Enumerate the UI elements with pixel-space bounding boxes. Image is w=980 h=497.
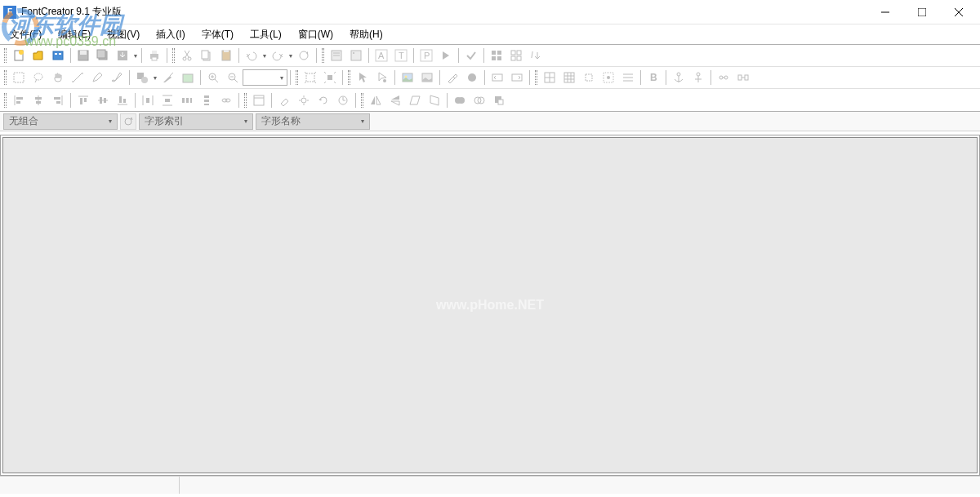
align-bottom-button[interactable] bbox=[114, 91, 131, 109]
skew-v-button[interactable] bbox=[425, 91, 443, 109]
image-button[interactable] bbox=[399, 69, 416, 87]
print-button[interactable] bbox=[145, 47, 163, 64]
glyph-name-combo[interactable]: 字形名称▾ bbox=[256, 113, 370, 130]
anchor2-button[interactable] bbox=[689, 69, 707, 87]
intersect-button[interactable] bbox=[470, 91, 488, 109]
menu-font[interactable]: 字体(T) bbox=[194, 25, 242, 44]
knife-button[interactable] bbox=[159, 69, 177, 87]
flip-h-button[interactable] bbox=[367, 91, 385, 109]
grid4-button[interactable] bbox=[541, 69, 559, 87]
open-button[interactable] bbox=[29, 47, 47, 64]
group-refresh-button[interactable] bbox=[120, 113, 136, 130]
toolbar-grip[interactable] bbox=[4, 93, 7, 108]
edit-points-button[interactable] bbox=[373, 69, 391, 87]
toolbar-grip[interactable] bbox=[348, 70, 350, 85]
toolbar-grip[interactable] bbox=[535, 70, 537, 85]
select-rect-button[interactable] bbox=[10, 69, 28, 87]
refresh-button[interactable] bbox=[314, 91, 332, 109]
anchor-button[interactable] bbox=[670, 69, 688, 87]
zoom-in-button[interactable] bbox=[204, 69, 222, 87]
menu-insert[interactable]: 插入(I) bbox=[148, 25, 193, 44]
eyedropper-button[interactable] bbox=[443, 69, 461, 87]
bold-button[interactable]: B bbox=[644, 69, 662, 87]
snap-button[interactable] bbox=[599, 69, 617, 87]
align-right-button[interactable] bbox=[49, 91, 67, 109]
hand-button[interactable] bbox=[49, 69, 67, 87]
measure-button[interactable] bbox=[69, 69, 87, 87]
next-button[interactable] bbox=[508, 69, 526, 87]
menu-window[interactable]: 窗口(W) bbox=[290, 25, 341, 44]
skew-h-button[interactable] bbox=[406, 91, 424, 109]
info-button[interactable] bbox=[347, 47, 365, 64]
toolbar-grip[interactable] bbox=[4, 48, 7, 63]
pointer-button[interactable] bbox=[354, 69, 372, 87]
grid9-button[interactable] bbox=[560, 69, 578, 87]
menu-edit[interactable]: 编辑(E) bbox=[50, 25, 99, 44]
menu-help[interactable]: 帮助(H) bbox=[341, 25, 391, 44]
toolbar-grip[interactable] bbox=[244, 93, 247, 108]
menu-tools[interactable]: 工具(L) bbox=[242, 25, 290, 44]
undo-button[interactable] bbox=[243, 47, 261, 64]
close-button[interactable] bbox=[940, 0, 977, 24]
menu-file[interactable]: 文件(F) bbox=[2, 25, 50, 44]
font-p-button[interactable]: P bbox=[417, 47, 435, 64]
menu-view[interactable]: 视图(V) bbox=[99, 25, 148, 44]
flip-v-button[interactable] bbox=[386, 91, 404, 109]
otf-button[interactable] bbox=[715, 69, 733, 87]
toolbar-grip[interactable] bbox=[322, 48, 324, 63]
distribute-space-v-button[interactable] bbox=[198, 91, 216, 109]
circle-button[interactable] bbox=[463, 69, 481, 87]
font-a-button[interactable]: A bbox=[372, 47, 390, 64]
prev-button[interactable] bbox=[488, 69, 506, 87]
zoom-out-button[interactable] bbox=[224, 69, 242, 87]
redo-button[interactable] bbox=[269, 47, 287, 64]
shape-button[interactable] bbox=[133, 69, 151, 87]
check-button[interactable] bbox=[462, 47, 480, 64]
copy-button[interactable] bbox=[198, 47, 216, 64]
minimize-button[interactable] bbox=[866, 0, 903, 24]
export-dropdown[interactable]: ▼ bbox=[132, 47, 139, 64]
align-center-v-button[interactable] bbox=[94, 91, 112, 109]
circle-arrow-button[interactable] bbox=[334, 91, 352, 109]
metrics-button[interactable] bbox=[619, 69, 637, 87]
grid-tool-button[interactable] bbox=[488, 47, 506, 64]
align-center-h-button[interactable] bbox=[29, 91, 47, 109]
color-fill-button[interactable] bbox=[179, 69, 197, 87]
distribute-v-button[interactable] bbox=[158, 91, 176, 109]
pen-button[interactable] bbox=[88, 69, 106, 87]
fit-selection-button[interactable] bbox=[321, 69, 339, 87]
window-button[interactable] bbox=[250, 91, 268, 109]
undo-dropdown[interactable]: ▼ bbox=[261, 47, 268, 64]
guides-button[interactable] bbox=[580, 69, 598, 87]
otf2-button[interactable] bbox=[734, 69, 752, 87]
align-top-button[interactable] bbox=[74, 91, 92, 109]
group-combo[interactable]: 无组合▾ bbox=[3, 113, 118, 130]
shape-dropdown[interactable]: ▼ bbox=[152, 69, 158, 87]
save-button[interactable] bbox=[74, 47, 92, 64]
toolbar-grip[interactable] bbox=[4, 70, 7, 85]
align-left-button[interactable] bbox=[10, 91, 28, 109]
distribute-space-h-button[interactable] bbox=[178, 91, 196, 109]
project-button[interactable] bbox=[49, 47, 67, 64]
brush-button[interactable] bbox=[108, 69, 126, 87]
properties-button[interactable] bbox=[327, 47, 345, 64]
redo-dropdown[interactable]: ▼ bbox=[287, 47, 294, 64]
zoom-combo[interactable]: ▾ bbox=[243, 69, 287, 86]
image2-button[interactable] bbox=[418, 69, 436, 87]
maximize-button[interactable] bbox=[903, 0, 940, 24]
subtract-button[interactable] bbox=[490, 91, 508, 109]
distribute-h-button[interactable] bbox=[139, 91, 157, 109]
install-button[interactable]: I bbox=[527, 47, 545, 64]
light-button[interactable] bbox=[295, 91, 313, 109]
new-button[interactable] bbox=[10, 47, 28, 64]
fit-all-button[interactable] bbox=[301, 69, 319, 87]
toolbar-grip[interactable] bbox=[361, 93, 363, 108]
grid-outline-button[interactable] bbox=[507, 47, 525, 64]
play-button[interactable] bbox=[437, 47, 455, 64]
link-button[interactable] bbox=[217, 91, 235, 109]
lasso-button[interactable] bbox=[29, 69, 47, 87]
paste-button[interactable] bbox=[217, 47, 235, 64]
union-button[interactable] bbox=[451, 91, 469, 109]
repeat-button[interactable] bbox=[295, 47, 313, 64]
font-t-button[interactable]: T bbox=[392, 47, 410, 64]
